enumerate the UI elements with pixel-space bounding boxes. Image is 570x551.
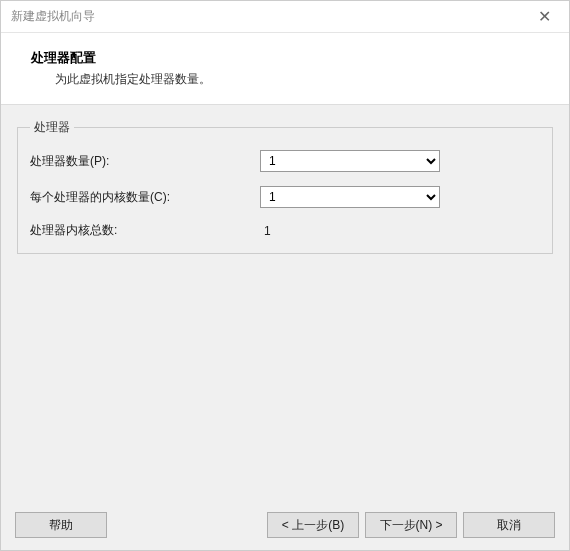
- wizard-header: 处理器配置 为此虚拟机指定处理器数量。: [1, 33, 569, 105]
- titlebar: 新建虚拟机向导 ✕: [1, 1, 569, 33]
- cores-per-processor-select[interactable]: 1: [260, 186, 440, 208]
- total-cores-label: 处理器内核总数:: [30, 222, 260, 239]
- total-cores-row: 处理器内核总数: 1: [30, 222, 540, 239]
- content-area: 处理器 处理器数量(P): 1 每个处理器的内核数量(C): 1 处理器内核总数…: [1, 105, 569, 500]
- cores-per-processor-row: 每个处理器的内核数量(C): 1: [30, 186, 540, 208]
- fieldset-legend: 处理器: [30, 119, 74, 136]
- wizard-footer: 帮助 < 上一步(B) 下一步(N) > 取消: [1, 500, 569, 550]
- back-button[interactable]: < 上一步(B): [267, 512, 359, 538]
- processor-count-row: 处理器数量(P): 1: [30, 150, 540, 172]
- total-cores-value: 1: [260, 224, 271, 238]
- page-title: 处理器配置: [31, 49, 549, 67]
- help-button[interactable]: 帮助: [15, 512, 107, 538]
- processor-count-select[interactable]: 1: [260, 150, 440, 172]
- next-button[interactable]: 下一步(N) >: [365, 512, 457, 538]
- cores-per-processor-label: 每个处理器的内核数量(C):: [30, 189, 260, 206]
- page-subtitle: 为此虚拟机指定处理器数量。: [55, 71, 549, 88]
- window-title: 新建虚拟机向导: [11, 8, 95, 25]
- cancel-button[interactable]: 取消: [463, 512, 555, 538]
- processor-fieldset: 处理器 处理器数量(P): 1 每个处理器的内核数量(C): 1 处理器内核总数…: [17, 119, 553, 254]
- processor-count-label: 处理器数量(P):: [30, 153, 260, 170]
- close-icon[interactable]: ✕: [530, 5, 559, 28]
